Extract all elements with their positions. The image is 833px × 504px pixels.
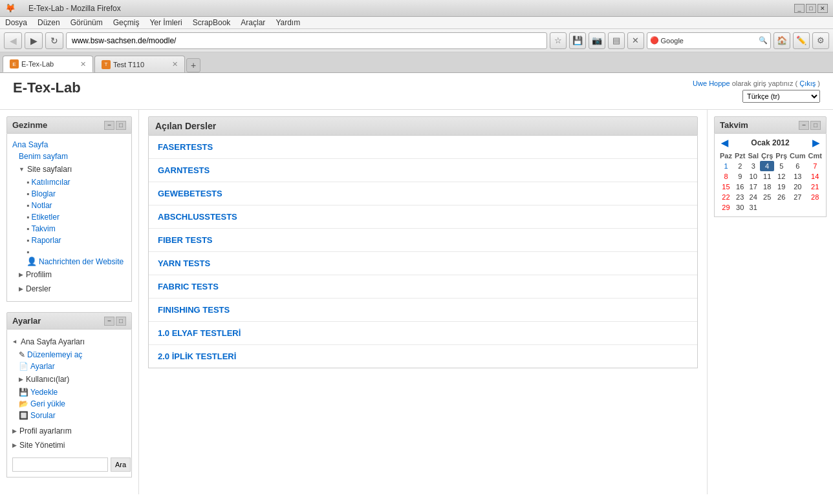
screenshot-icon[interactable]: 📷 [589,32,605,49]
tab-etexlab[interactable]: E E-Tex-Lab ✕ [3,56,93,72]
refresh-button[interactable]: ↻ [45,32,63,49]
search-box[interactable]: 🔴 Google 🔍 [647,32,771,49]
nav-link-anasayfa[interactable]: Ana Sayfa [12,140,48,149]
tab-test[interactable]: T Test T110 ✕ [94,56,185,72]
settings-link-duzenle[interactable]: Düzenlemeyi aç [27,350,82,359]
home-icon[interactable]: 🏠 [774,32,790,49]
course-link-garntests[interactable]: GARNTESTS [158,165,210,175]
settings-section-siteyonetimi[interactable]: ▶ Site Yönetimi [12,439,126,451]
nav-link-nachrichten[interactable]: Nachrichten der Website [39,257,124,266]
addon-icon[interactable]: ✏️ [793,32,810,49]
cal-day-20[interactable]: 20 [788,182,806,192]
menu-gorunum[interactable]: Görünüm [70,18,103,27]
save-page-icon[interactable]: 💾 [569,32,586,49]
cal-day-26[interactable]: 26 [774,192,788,202]
settings-block-collapse-icon[interactable]: – [104,317,114,326]
cal-day-17[interactable]: 17 [746,182,760,192]
cal-day-30[interactable]: 30 [733,202,747,213]
user-link[interactable]: Uwe Hoppe [693,79,730,87]
cal-day-6[interactable]: 6 [788,161,806,171]
cal-day-12[interactable]: 12 [774,171,788,182]
cal-day-13[interactable]: 13 [788,171,806,182]
close-button[interactable]: ✕ [817,4,828,13]
cal-day-19[interactable]: 19 [774,182,788,192]
cal-day-23[interactable]: 23 [733,192,747,202]
settings-section-kullanici[interactable]: ▶ Kullanıcı(lar) [19,373,126,385]
course-link-gewebetests[interactable]: GEWEBETESTS [158,189,222,198]
sidebar-icon[interactable]: ▤ [608,32,625,49]
calendar-config-icon[interactable]: □ [810,121,821,130]
cal-day-18[interactable]: 18 [760,182,774,192]
cal-day-9[interactable]: 9 [733,171,747,182]
cal-day-8[interactable]: 8 [719,171,733,182]
menu-dosya[interactable]: Dosya [5,18,27,27]
nav-link-bloglar[interactable]: Bloglar [32,189,56,198]
calendar-prev-button[interactable]: ◀ [719,138,731,148]
cal-day-21[interactable]: 21 [807,182,823,192]
url-bar[interactable] [66,32,547,49]
sidebar-search-input[interactable] [12,457,108,472]
search-go-icon[interactable]: 🔍 [759,36,768,45]
nav-link-raporlar[interactable]: Raporlar [32,236,61,245]
settings-link-geriyukle[interactable]: Geri yükle [30,399,65,408]
nav-link-etiketler[interactable]: Etiketler [32,213,60,222]
settings-icon[interactable]: ⚙ [812,32,829,49]
cal-day-28[interactable]: 28 [807,192,823,202]
cal-day-27[interactable]: 27 [788,192,806,202]
cal-day-5[interactable]: 5 [774,161,788,171]
menu-araclar[interactable]: Araçlar [241,18,265,27]
back-button[interactable]: ◀ [4,32,22,49]
course-link-elyaf[interactable]: 1.0 ELYAF TESTLERİ [158,328,241,338]
nav-link-katilimcilar[interactable]: Katılımcılar [32,178,70,187]
nav-section-dersler[interactable]: ▶ Dersler [19,283,126,295]
nav-link-takvim[interactable]: Takvim [31,224,55,233]
forward-button[interactable]: ▶ [25,32,43,49]
logout-link[interactable]: Çıkış [799,79,816,87]
menu-scrapbook[interactable]: ScrapBook [193,18,231,27]
sidebar-search-button[interactable]: Ara [111,457,131,472]
cal-day-1[interactable]: 1 [719,161,733,171]
settings-link-ayarlar[interactable]: Ayarlar [30,362,55,371]
cal-day-15[interactable]: 15 [719,182,733,192]
close-tab-icon[interactable]: ✕ [627,32,644,49]
course-link-abschlusstests[interactable]: ABSCHLUSSTESTS [158,212,237,222]
nav-section-sitesayfalari[interactable]: ▼ Site sayfaları [19,163,126,175]
menu-yardim[interactable]: Yardım [276,18,300,27]
cal-day-7[interactable]: 7 [807,161,823,171]
course-link-fasertests[interactable]: FASERTESTS [158,142,213,152]
settings-link-sorular[interactable]: Sorular [30,411,56,420]
cal-day-16[interactable]: 16 [733,182,747,192]
cal-day-31[interactable]: 31 [746,202,760,213]
nav-section-profilim[interactable]: ▶ Profilim [19,269,126,280]
course-link-fabrictests[interactable]: FABRIC TESTS [158,282,219,291]
nav-block-config-icon[interactable]: □ [116,121,126,130]
calendar-next-button[interactable]: ▶ [810,138,822,148]
bookmark-star-icon[interactable]: ☆ [550,32,567,49]
cal-day-2[interactable]: 2 [733,161,747,171]
cal-day-24[interactable]: 24 [746,192,760,202]
maximize-button[interactable]: □ [806,4,816,13]
minimize-button[interactable]: _ [794,4,805,13]
cal-day-29[interactable]: 29 [719,202,733,213]
menu-yerimleri[interactable]: Yer İmleri [149,18,182,27]
cal-day-22[interactable]: 22 [719,192,733,202]
calendar-collapse-icon[interactable]: – [799,121,809,130]
cal-day-4[interactable]: 4 [760,161,774,171]
search-input[interactable] [686,36,757,45]
settings-section-anasayfa[interactable]: ▼ Ana Sayfa Ayarları [12,336,126,348]
tab-close-test[interactable]: ✕ [172,60,178,68]
window-controls[interactable]: _ □ ✕ [794,4,828,13]
settings-section-profilayarlari[interactable]: ▶ Profil ayarlarım [12,425,126,437]
tab-close-etexlab[interactable]: ✕ [80,60,86,68]
settings-link-yedekle[interactable]: Yedekle [30,388,58,397]
nav-link-benimsayfam[interactable]: Benim sayfam [19,152,68,161]
settings-block-config-icon[interactable]: □ [116,317,126,326]
menu-duzen[interactable]: Düzen [38,18,60,27]
nav-block-collapse-icon[interactable]: – [104,121,114,130]
cal-day-3[interactable]: 3 [746,161,760,171]
course-link-yarntests[interactable]: YARN TESTS [158,258,210,268]
course-link-finishingtests[interactable]: FINISHING TESTS [158,305,230,315]
cal-day-25[interactable]: 25 [760,192,774,202]
course-link-iplik[interactable]: 2.0 İPLİK TESTLERİ [158,352,236,361]
cal-day-11[interactable]: 11 [760,171,774,182]
